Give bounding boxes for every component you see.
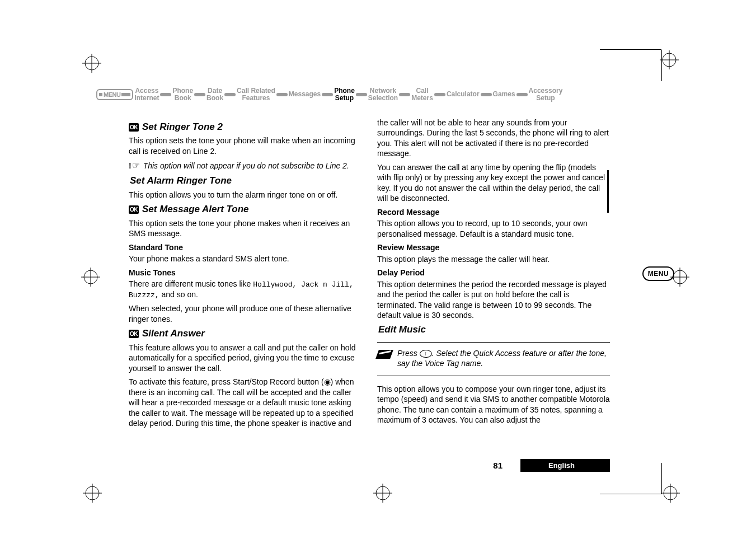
breadcrumb-sep-icon: [481, 93, 492, 96]
breadcrumb-sep-icon: [160, 93, 171, 96]
breadcrumb-sep-icon: [276, 93, 288, 96]
language-badge: English: [520, 459, 610, 472]
page-footer: 81 English: [129, 459, 610, 472]
body-text: This option allows you to turn the alarm…: [129, 190, 361, 200]
breadcrumb-sep-icon: [224, 93, 236, 96]
subheading-record-message: Record Message: [377, 207, 610, 217]
change-bar-icon: [607, 170, 609, 213]
breadcrumb-sep-icon: [516, 93, 528, 96]
breadcrumb-item: PhoneBook: [172, 87, 193, 101]
breadcrumb-item: Call RelatedFeatures: [237, 87, 275, 101]
quick-access-tip: Press ↑. Select the Quick Access feature…: [377, 342, 610, 376]
crop-mark-icon: [600, 49, 661, 50]
ok-icon: OK: [129, 123, 139, 132]
body-text: When selected, your phone will produce o…: [129, 303, 361, 324]
heading-silent-answer: OKSilent Answer: [129, 327, 361, 340]
up-key-icon: ↑: [420, 350, 432, 358]
breadcrumb-item: AccessorySetup: [529, 87, 563, 101]
subheading-review-message: Review Message: [377, 242, 610, 252]
body-text: the caller will not be able to hear any …: [377, 118, 610, 159]
breadcrumb-item-active: PhoneSetup: [334, 87, 355, 101]
side-tab-menu: MENU: [642, 266, 674, 281]
breadcrumb-item: DateBook: [206, 87, 223, 101]
breadcrumb-sep-icon: [399, 93, 410, 96]
registration-mark-icon: [661, 484, 680, 503]
breadcrumb-item: Games: [493, 91, 515, 98]
note-hand-icon: !☞: [129, 160, 140, 171]
heading-set-alarm-ringer-tone: Set Alarm Ringer Tone: [130, 175, 361, 187]
body-text: This option allows you to record, up to …: [377, 218, 610, 239]
body-text: This option allows you to compose your o…: [377, 384, 610, 425]
body-text: You can answer the call at any time by o…: [377, 162, 610, 204]
note-text: This option will not appear if you do no…: [143, 161, 349, 171]
body-text: This option sets the tone your phone mak…: [129, 218, 361, 239]
breadcrumb-sep-icon: [356, 93, 367, 96]
ok-icon: OK: [129, 205, 139, 214]
body-text: There are different music tones like Hol…: [129, 279, 361, 300]
body-text: Your phone makes a standard SMS alert to…: [129, 254, 361, 264]
breadcrumb-item: CallMeters: [411, 87, 433, 101]
ok-icon: OK: [129, 330, 139, 338]
body-text: This option determines the period the re…: [377, 279, 610, 321]
subheading-music-tones: Music Tones: [129, 268, 361, 278]
breadcrumb-item: Messages: [289, 91, 321, 98]
breadcrumb-item: NetworkSelection: [368, 87, 398, 101]
subheading-delay-period: Delay Period: [377, 268, 610, 278]
breadcrumb: MENU AccessInternet PhoneBook DateBook C…: [96, 87, 661, 101]
note: !☞ This option will not appear if you do…: [129, 160, 361, 171]
crop-mark-icon: [600, 494, 661, 494]
body-text: To activate this feature, press Start/St…: [129, 377, 361, 428]
breadcrumb-item: Calculator: [447, 91, 480, 98]
right-column: the caller will not be able to hear any …: [377, 118, 610, 432]
registration-mark-icon: [660, 50, 679, 69]
registration-mark-icon: [81, 268, 100, 287]
body-text: This option sets the tone your phone wil…: [129, 135, 361, 156]
registration-mark-icon: [373, 484, 392, 503]
menu-key-icon: MENU: [96, 89, 133, 100]
body-text: This feature allows you to answer a call…: [129, 343, 361, 373]
heading-set-message-alert-tone: OKSet Message Alert Tone: [129, 203, 361, 216]
quick-access-icon: [375, 350, 393, 359]
tip-text: Press ↑. Select the Quick Access feature…: [397, 348, 610, 369]
subheading-standard-tone: Standard Tone: [129, 242, 361, 252]
registration-mark-icon: [82, 54, 101, 73]
breadcrumb-item: AccessInternet: [134, 87, 159, 101]
breadcrumb-sep-icon: [322, 93, 333, 96]
body-text: This option plays the message the caller…: [377, 254, 610, 264]
breadcrumb-sep-icon: [194, 93, 205, 96]
breadcrumb-sep-icon: [434, 93, 445, 96]
page-number: 81: [493, 461, 503, 470]
registration-mark-icon: [83, 484, 102, 503]
heading-set-ringer-tone-2: OKSet Ringer Tone 2: [129, 121, 361, 133]
left-column: OKSet Ringer Tone 2 This option sets the…: [129, 118, 361, 432]
heading-edit-music: Edit Music: [378, 324, 610, 336]
